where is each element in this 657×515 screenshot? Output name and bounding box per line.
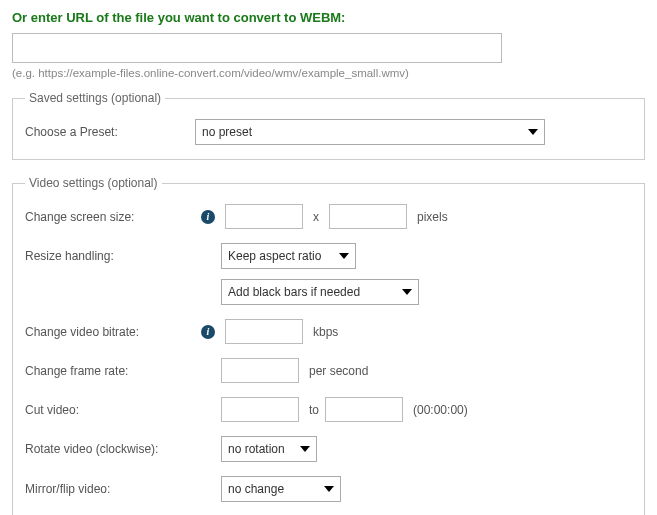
resize-bars-select[interactable]: Add black bars if needed (221, 279, 419, 305)
pixels-unit: pixels (417, 210, 448, 224)
cut-to-sep: to (309, 403, 319, 417)
saved-settings-fieldset: Saved settings (optional) Choose a Prese… (12, 91, 645, 160)
mirror-select[interactable]: no change (221, 476, 341, 502)
page-title: Or enter URL of the file you want to con… (12, 10, 645, 25)
framerate-label: Change frame rate: (25, 364, 195, 378)
video-settings-legend: Video settings (optional) (25, 176, 162, 190)
cut-label: Cut video: (25, 403, 195, 417)
screen-size-label: Change screen size: (25, 210, 195, 224)
rotate-select[interactable]: no rotation (221, 436, 317, 462)
resize-aspect-select[interactable]: Keep aspect ratio (221, 243, 356, 269)
bitrate-unit: kbps (313, 325, 338, 339)
framerate-unit: per second (309, 364, 368, 378)
example-hint: (e.g. https://example-files.online-conve… (12, 67, 645, 79)
video-settings-fieldset: Video settings (optional) Change screen … (12, 176, 645, 515)
height-input[interactable] (329, 204, 407, 229)
resize-label: Resize handling: (25, 249, 195, 263)
width-input[interactable] (225, 204, 303, 229)
cut-to-input[interactable] (325, 397, 403, 422)
x-separator: x (313, 210, 319, 224)
info-icon[interactable]: i (201, 325, 215, 339)
framerate-input[interactable] (221, 358, 299, 383)
bitrate-input[interactable] (225, 319, 303, 344)
rotate-label: Rotate video (clockwise): (25, 442, 195, 456)
preset-label: Choose a Preset: (25, 125, 195, 139)
info-icon[interactable]: i (201, 210, 215, 224)
mirror-label: Mirror/flip video: (25, 482, 195, 496)
cut-from-input[interactable] (221, 397, 299, 422)
preset-select[interactable]: no preset (195, 119, 545, 145)
cut-hint: (00:00:00) (413, 403, 468, 417)
url-input[interactable] (12, 33, 502, 63)
saved-settings-legend: Saved settings (optional) (25, 91, 165, 105)
bitrate-label: Change video bitrate: (25, 325, 195, 339)
